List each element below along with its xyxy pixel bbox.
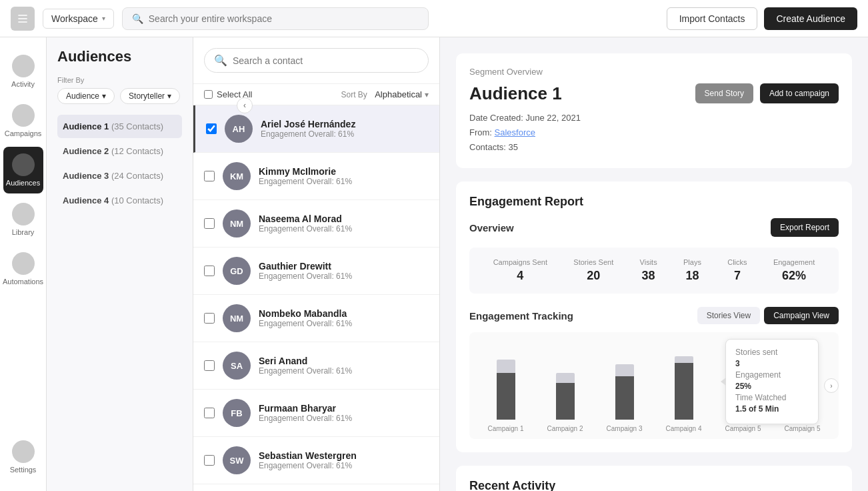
contact-avatar: NM xyxy=(223,209,251,237)
contact-row[interactable]: NM Nombeko Mabandla Engagement Overall: … xyxy=(193,295,439,342)
tooltip-time-watched-value: 1.5 of 5 Min xyxy=(735,404,779,414)
contact-avatar: SA xyxy=(223,352,251,380)
import-contacts-button[interactable]: Import Contacts xyxy=(667,7,758,30)
filter-storyteller-button[interactable]: Storyteller ▾ xyxy=(120,88,180,104)
contact-row[interactable]: NM Naseema Al Morad Engagement Overall: … xyxy=(193,200,439,248)
sidebar-item-audiences[interactable]: Audiences xyxy=(3,147,43,193)
campaign-view-button[interactable]: Campaign View xyxy=(764,307,839,324)
engagement-report-title: Engagement Report xyxy=(469,195,839,209)
sidebar-item-library[interactable]: Library xyxy=(3,196,43,243)
stat-value: 4 xyxy=(493,269,547,283)
contacts-count: Contacts: 35 xyxy=(469,140,839,155)
audience-header: Audience 1 Send Story Add to campaign xyxy=(469,83,839,104)
stat-item: Engagement 62% xyxy=(773,258,815,283)
settings-icon xyxy=(12,440,35,463)
contact-name: Furmaan Bharyar xyxy=(259,403,429,414)
audiences-icon xyxy=(12,153,35,176)
chart-tooltip: Stories sent 3 Engagement 25% Time Watch xyxy=(725,339,819,424)
bar-group: Campaign 1 xyxy=(476,360,535,432)
right-panel: Segment Overview Audience 1 Send Story A… xyxy=(440,37,868,491)
sidebar-item-activity[interactable]: Activity xyxy=(3,48,43,95)
send-story-button[interactable]: Send Story xyxy=(695,83,753,103)
chart-scroll-right-button[interactable]: › xyxy=(824,378,839,393)
export-report-button[interactable]: Export Report xyxy=(771,218,839,237)
chevron-down-icon[interactable]: ▾ xyxy=(425,90,429,99)
sidebar-item-label: Library xyxy=(12,228,35,236)
contacts-toolbar: Select All Sort By Alphabetical ▾ xyxy=(193,84,439,105)
bar-label: Campaign 5 xyxy=(725,425,761,432)
audience-item-count: (10 Contacts) xyxy=(111,195,163,205)
contact-checkbox[interactable] xyxy=(206,123,217,134)
global-search-input[interactable] xyxy=(149,13,419,24)
contact-checkbox[interactable] xyxy=(204,455,215,466)
tooltip-row: Engagement xyxy=(735,370,809,380)
workspace-selector[interactable]: Workspace ▾ xyxy=(43,9,114,29)
tooltip-engagement-value: 25% xyxy=(735,382,751,391)
contact-info: Kimmy McIlmorie Engagement Overall: 61% xyxy=(259,166,429,186)
add-to-campaign-button[interactable]: Add to campaign xyxy=(760,83,839,103)
select-all-checkbox[interactable] xyxy=(204,90,213,99)
sidebar-item-automations[interactable]: Automations xyxy=(3,246,43,292)
contact-info: Nombeko Mabandla Engagement Overall: 61% xyxy=(259,308,429,328)
contact-engagement: Engagement Overall: 61% xyxy=(259,224,429,233)
stories-view-button[interactable]: Stories View xyxy=(697,307,760,324)
contact-checkbox[interactable] xyxy=(204,171,215,181)
contact-row[interactable]: FB Furmaan Bharyar Engagement Overall: 6… xyxy=(193,390,439,437)
stat-label: Clicks xyxy=(727,258,747,266)
salesforce-link[interactable]: Salesforce xyxy=(495,127,535,137)
contact-engagement: Engagement Overall: 61% xyxy=(259,461,429,470)
activity-icon xyxy=(12,55,35,77)
contact-checkbox[interactable] xyxy=(204,218,215,229)
contact-row[interactable]: AH Ariel José Hernández Engagement Overa… xyxy=(193,105,439,153)
contact-checkbox[interactable] xyxy=(204,360,215,371)
contact-name: Naseema Al Morad xyxy=(259,213,429,224)
audience-item[interactable]: Audience 2 (12 Contacts) xyxy=(57,139,182,163)
audience-item-count: (12 Contacts) xyxy=(111,146,163,156)
automations-icon xyxy=(12,252,35,275)
create-audience-button[interactable]: Create Audience xyxy=(764,7,857,30)
contact-checkbox[interactable] xyxy=(204,266,215,276)
sort-by-value: Alphabetical xyxy=(375,89,422,99)
tooltip-row: 1.5 of 5 Min xyxy=(735,404,809,414)
stat-item: Clicks 7 xyxy=(727,258,747,283)
search-icon: 🔍 xyxy=(214,54,227,67)
contact-info: Seri Anand Engagement Overall: 61% xyxy=(259,356,429,376)
contact-row[interactable]: KM Kimmy McIlmorie Engagement Overall: 6… xyxy=(193,153,439,200)
sidebar-item-label: Campaigns xyxy=(5,129,42,137)
contact-info: Sebastian Westergren Engagement Overall:… xyxy=(259,450,429,470)
bar-top xyxy=(615,364,634,376)
audience-item[interactable]: Audience 1 (35 Contacts) xyxy=(57,115,182,138)
contact-row[interactable]: GD Gauthier Drewitt Engagement Overall: … xyxy=(193,248,439,295)
filter-audience-button[interactable]: Audience ▾ xyxy=(57,88,115,104)
contact-engagement: Engagement Overall: 61% xyxy=(259,366,429,376)
stat-label: Engagement xyxy=(773,258,815,266)
contacts-search-area: 🔍 xyxy=(193,37,439,84)
audience-item[interactable]: Audience 3 (24 Contacts) xyxy=(57,164,182,187)
contact-checkbox[interactable] xyxy=(204,313,215,324)
sidebar-item-settings[interactable]: Settings xyxy=(3,434,43,480)
bar-bottom xyxy=(497,373,515,420)
audiences-title: Audiences xyxy=(57,48,182,65)
sidebar-item-label: Settings xyxy=(10,466,37,474)
audience-item[interactable]: Audience 4 (10 Contacts) xyxy=(57,189,182,212)
contact-avatar: NM xyxy=(223,304,251,332)
contact-checkbox[interactable] xyxy=(204,408,215,418)
app-logo xyxy=(11,7,35,31)
sidebar-item-campaigns[interactable]: Campaigns xyxy=(3,97,43,144)
recent-activity: Recent Activity Story replied by Ethan T… xyxy=(456,466,852,491)
bar-label: Campaign 3 xyxy=(607,425,643,432)
contacts-list: AH Ariel José Hernández Engagement Overa… xyxy=(193,105,439,491)
from-source: From: Salesforce xyxy=(469,125,839,140)
chevron-down-icon: ▾ xyxy=(102,91,106,101)
contact-row[interactable]: SA Seri Anand Engagement Overall: 61% xyxy=(193,342,439,390)
contact-avatar: GD xyxy=(223,257,251,285)
contact-search-input[interactable] xyxy=(233,55,419,66)
contact-name: Nombeko Mabandla xyxy=(259,308,429,319)
contact-row[interactable]: SW Sebastian Westergren Engagement Overa… xyxy=(193,437,439,484)
bar-stack xyxy=(615,364,634,420)
contacts-panel: 🔍 Select All Sort By Alphabetical ▾ xyxy=(193,37,440,491)
contact-info: Gauthier Drewitt Engagement Overall: 61% xyxy=(259,261,429,281)
audience-list: Audience 1 (35 Contacts) Audience 2 (12 … xyxy=(57,115,182,212)
topbar: Workspace ▾ 🔍 Import Contacts Create Aud… xyxy=(0,0,868,37)
collapse-panel-button[interactable]: ‹ xyxy=(237,97,253,113)
